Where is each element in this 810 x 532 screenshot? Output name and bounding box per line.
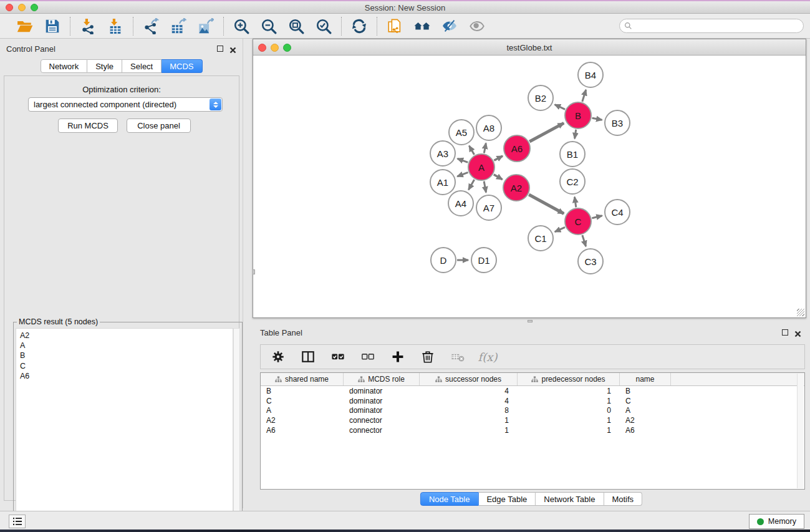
graph-node-A8[interactable]: A8: [476, 115, 502, 141]
float-panel-icon[interactable]: [217, 46, 223, 52]
graph-edge-A-A3[interactable]: [458, 158, 468, 162]
column-header-MCDS-role[interactable]: MCDS role: [344, 373, 420, 385]
mcds-result-list[interactable]: A2ABCA6: [16, 328, 233, 532]
table-scrollbar[interactable]: [797, 374, 804, 488]
run-mcds-button[interactable]: Run MCDS: [58, 118, 118, 133]
table-cell[interactable]: B: [261, 386, 344, 396]
column-header-name[interactable]: name: [620, 373, 671, 385]
graph-node-A2[interactable]: A2: [503, 174, 530, 201]
graph-node-B[interactable]: B: [564, 102, 592, 129]
tab-network[interactable]: Network: [40, 59, 87, 73]
table-cell[interactable]: 1: [518, 386, 620, 396]
graph-edge-C-C4[interactable]: [592, 216, 602, 218]
graph-node-A6[interactable]: A6: [503, 135, 531, 162]
zoom-out-icon[interactable]: [260, 17, 277, 35]
graph-edge-C-C3[interactable]: [582, 235, 586, 246]
open-session-icon[interactable]: [16, 17, 34, 35]
graph-node-A7[interactable]: A7: [476, 195, 502, 221]
table-cell[interactable]: A2: [261, 415, 344, 425]
table-cell[interactable]: A6: [620, 425, 671, 435]
graph-edge-A2-C[interactable]: [529, 195, 564, 214]
settings-icon[interactable]: [271, 349, 286, 364]
graph-edge-A-A2[interactable]: [494, 175, 503, 180]
result-item[interactable]: C: [20, 361, 233, 371]
show-details-icon[interactable]: [468, 17, 486, 35]
graph-edge-B-B2[interactable]: [555, 105, 566, 110]
table-cell[interactable]: 1: [420, 425, 518, 435]
graph-edge-A-A5[interactable]: [469, 146, 474, 155]
network-from-file-icon[interactable]: [386, 17, 403, 35]
table-cell[interactable]: A: [261, 405, 344, 415]
column-header-shared-name[interactable]: shared name: [261, 373, 344, 385]
result-item[interactable]: A: [20, 341, 233, 351]
table-cell[interactable]: B: [620, 386, 671, 396]
column-header-predecessor-nodes[interactable]: predecessor nodes: [518, 373, 620, 385]
table-cell[interactable]: A: [620, 405, 671, 415]
table-cell[interactable]: 1: [518, 396, 620, 406]
graph-edge-C-C1[interactable]: [555, 227, 565, 231]
table-cell[interactable]: A6: [261, 425, 344, 435]
table-cell[interactable]: 0: [518, 405, 620, 415]
table-cell[interactable]: 1: [420, 415, 518, 425]
graph-node-D1[interactable]: D1: [471, 247, 497, 273]
tab-edge-table[interactable]: Edge Table: [478, 492, 536, 506]
table-cell[interactable]: 8: [420, 405, 518, 415]
graph-node-D[interactable]: D: [430, 247, 456, 273]
table-cell[interactable]: dominator: [344, 396, 420, 406]
tab-mcds[interactable]: MCDS: [162, 59, 202, 73]
graph-node-C[interactable]: C: [564, 208, 592, 235]
table-cell[interactable]: dominator: [344, 405, 420, 415]
search-field[interactable]: [619, 19, 804, 33]
graph-edge-A6-B[interactable]: [529, 123, 564, 142]
tab-network-table[interactable]: Network Table: [536, 492, 604, 506]
column-header-successor-nodes[interactable]: successor nodes: [420, 373, 518, 385]
table-cell[interactable]: dominator: [344, 386, 420, 396]
zoom-in-icon[interactable]: [233, 17, 250, 35]
graph-node-C1[interactable]: C1: [528, 225, 554, 251]
criterion-dropdown[interactable]: largest connected component (directed): [28, 97, 223, 112]
import-table-icon[interactable]: [107, 17, 124, 35]
table-row[interactable]: A2connector11A2: [261, 415, 804, 425]
save-session-icon[interactable]: [44, 17, 61, 35]
result-item[interactable]: A6: [20, 371, 233, 381]
graph-node-C2[interactable]: C2: [559, 168, 586, 195]
table-cell[interactable]: connector: [344, 425, 420, 435]
table-cell[interactable]: 4: [420, 386, 518, 396]
close-view-button[interactable]: [258, 44, 266, 52]
network-canvas[interactable]: B4B2BB3B1A5A8A6A3AA1C2A2A4A7CC4C1C3DD1: [253, 56, 806, 317]
graph-node-A1[interactable]: A1: [430, 169, 456, 195]
table-row[interactable]: A6connector11A6: [261, 425, 804, 435]
result-list-scrollbar[interactable]: [233, 328, 240, 532]
select-all-columns-icon[interactable]: [330, 349, 345, 364]
table-cell[interactable]: C: [620, 396, 671, 406]
graph-edge-A-A4[interactable]: [468, 180, 474, 190]
graph-node-C3[interactable]: C3: [577, 248, 604, 274]
graph-node-A[interactable]: A: [468, 153, 495, 181]
graph-edge-B-B3[interactable]: [592, 118, 602, 120]
table-cell[interactable]: C: [261, 396, 344, 406]
close-panel-icon[interactable]: [229, 45, 236, 52]
graph-node-A4[interactable]: A4: [448, 190, 474, 216]
graph-node-B4[interactable]: B4: [577, 62, 604, 88]
export-image-icon[interactable]: [197, 17, 215, 35]
table-row[interactable]: Cdominator41C: [261, 396, 804, 406]
resize-grip[interactable]: [797, 309, 804, 316]
table-cell[interactable]: 1: [518, 425, 620, 435]
memory-button[interactable]: Memory: [749, 514, 804, 529]
zoom-view-button[interactable]: [283, 44, 291, 52]
minimize-view-button[interactable]: [271, 44, 279, 52]
tab-motifs[interactable]: Motifs: [604, 492, 642, 506]
task-history-button[interactable]: [9, 515, 26, 528]
close-table-panel-icon[interactable]: [794, 329, 801, 336]
delete-columns-icon[interactable]: [420, 349, 435, 364]
network-window-titlebar[interactable]: testGlobe.txt: [253, 39, 806, 56]
table-cell[interactable]: 1: [518, 415, 620, 425]
tab-style[interactable]: Style: [87, 59, 122, 73]
hide-details-icon[interactable]: [441, 17, 458, 35]
graph-node-B1[interactable]: B1: [559, 141, 586, 167]
frame-handle-left[interactable]: [253, 269, 255, 274]
graph-edge-A-A7[interactable]: [484, 181, 486, 193]
import-network-icon[interactable]: [79, 17, 97, 35]
table-cell[interactable]: connector: [344, 415, 420, 425]
deselect-all-columns-icon[interactable]: [360, 349, 375, 364]
